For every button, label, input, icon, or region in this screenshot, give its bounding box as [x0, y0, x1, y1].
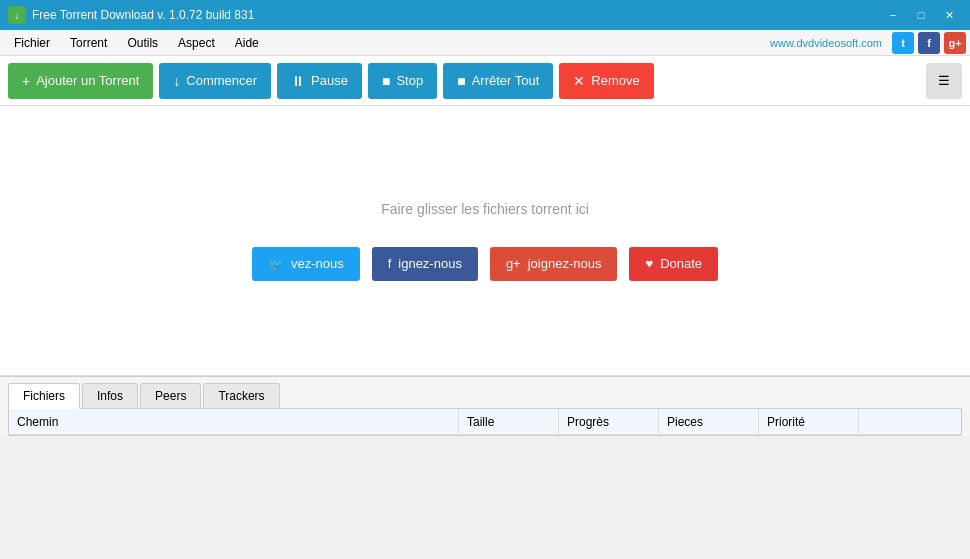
col-chemin: Chemin: [9, 409, 459, 434]
tab-peers[interactable]: Peers: [140, 383, 201, 408]
add-torrent-button[interactable]: + Ajouter un Torrent: [8, 63, 153, 99]
social-area: www.dvdvideosoft.com t f g+: [770, 32, 966, 54]
col-pieces: Pieces: [659, 409, 759, 434]
dvd-link[interactable]: www.dvdvideosoft.com: [770, 37, 882, 49]
stop-label: Stop: [396, 73, 423, 88]
app-icon: ↓: [8, 6, 26, 24]
facebook-label: ignez-nous: [398, 256, 462, 271]
facebook-social-icon[interactable]: f: [918, 32, 940, 54]
tab-trackers[interactable]: Trackers: [203, 383, 279, 408]
tabs: Fichiers Infos Peers Trackers: [0, 377, 970, 408]
facebook-icon: f: [388, 256, 392, 271]
col-taille: Taille: [459, 409, 559, 434]
pause-button[interactable]: ⏸ Pause: [277, 63, 362, 99]
file-table: Chemin Taille Progrès Pieces Priorité: [8, 408, 962, 436]
remove-button[interactable]: ✕ Remove: [559, 63, 653, 99]
twitter-icon: 🐦: [268, 256, 284, 271]
bottom-panel: Fichiers Infos Peers Trackers Chemin Tai…: [0, 376, 970, 436]
stop-all-icon: ■: [457, 73, 465, 89]
table-header: Chemin Taille Progrès Pieces Priorité: [9, 409, 961, 435]
maximize-button[interactable]: □: [908, 5, 934, 25]
gplus-icon: g+: [506, 256, 521, 271]
menu-aide[interactable]: Aide: [225, 33, 269, 53]
twitter-social-icon[interactable]: t: [892, 32, 914, 54]
stop-all-label: Arrêter Tout: [472, 73, 540, 88]
main-area: Faire glisser les fichiers torrent ici 🐦…: [0, 106, 970, 376]
col-progres: Progrès: [559, 409, 659, 434]
social-action-buttons: 🐦 vez-nous f ignez-nous g+ joignez-nous …: [252, 247, 718, 281]
toolbar: + Ajouter un Torrent ↓ Commencer ⏸ Pause…: [0, 56, 970, 106]
close-button[interactable]: ✕: [936, 5, 962, 25]
tab-infos[interactable]: Infos: [82, 383, 138, 408]
googleplus-button[interactable]: g+ joignez-nous: [490, 247, 618, 281]
remove-label: Remove: [591, 73, 639, 88]
start-icon: ↓: [173, 73, 180, 89]
menu-aspect[interactable]: Aspect: [168, 33, 225, 53]
app-title: Free Torrent Download v. 1.0.72 build 83…: [32, 8, 880, 22]
col-priorite: Priorité: [759, 409, 859, 434]
menu-torrent[interactable]: Torrent: [60, 33, 117, 53]
minimize-button[interactable]: −: [880, 5, 906, 25]
add-icon: +: [22, 73, 30, 89]
menu-outils[interactable]: Outils: [117, 33, 168, 53]
col-extra: [859, 409, 961, 434]
menu-fichier[interactable]: Fichier: [4, 33, 60, 53]
hamburger-icon: ☰: [938, 73, 950, 88]
twitter-label: vez-nous: [291, 256, 344, 271]
start-label: Commencer: [186, 73, 257, 88]
gplus-label: joignez-nous: [528, 256, 602, 271]
donate-button[interactable]: ♥ Donate: [629, 247, 718, 281]
twitter-button[interactable]: 🐦 vez-nous: [252, 247, 360, 281]
heart-icon: ♥: [645, 256, 653, 271]
drop-zone-text: Faire glisser les fichiers torrent ici: [381, 201, 589, 217]
pause-icon: ⏸: [291, 73, 305, 89]
stop-icon: ■: [382, 73, 390, 89]
donate-label: Donate: [660, 256, 702, 271]
window-controls: − □ ✕: [880, 5, 962, 25]
add-torrent-label: Ajouter un Torrent: [36, 73, 139, 88]
remove-icon: ✕: [573, 73, 585, 89]
titlebar: ↓ Free Torrent Download v. 1.0.72 build …: [0, 0, 970, 30]
start-button[interactable]: ↓ Commencer: [159, 63, 271, 99]
stop-button[interactable]: ■ Stop: [368, 63, 437, 99]
tab-fichiers[interactable]: Fichiers: [8, 383, 80, 409]
facebook-button[interactable]: f ignez-nous: [372, 247, 478, 281]
menubar: Fichier Torrent Outils Aspect Aide www.d…: [0, 30, 970, 56]
stop-all-button[interactable]: ■ Arrêter Tout: [443, 63, 553, 99]
googleplus-social-icon[interactable]: g+: [944, 32, 966, 54]
pause-label: Pause: [311, 73, 348, 88]
menu-hamburger-button[interactable]: ☰: [926, 63, 962, 99]
